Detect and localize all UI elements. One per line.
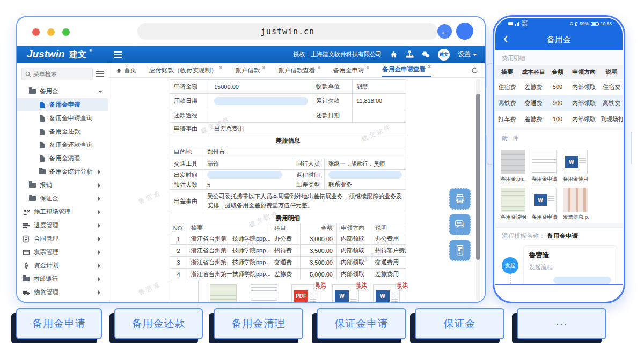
close-icon[interactable]: × <box>262 65 265 71</box>
payee-value: 胡慧 <box>353 80 406 94</box>
close-icon[interactable]: × <box>219 65 223 71</box>
wechat-icon[interactable] <box>422 50 430 58</box>
sidebar-item-byj-apply[interactable]: 备用金申请 <box>17 98 108 111</box>
attachment-word[interactable]: W 批注 <box>373 284 400 302</box>
sidebar-module-fund-plan[interactable]: 资金计划 <box>17 259 108 272</box>
sidebar-module-progress[interactable]: 进度管理 <box>17 219 108 232</box>
phone-mockup: 642 K/s 59% 10:53 备用金 费用明细 <box>493 15 625 303</box>
attachment-item[interactable]: 备用金申请... <box>532 150 558 183</box>
scrollbar-track[interactable] <box>476 79 480 301</box>
collapse-menu-icon[interactable] <box>114 51 122 58</box>
attachment-word[interactable]: W 批注 <box>332 284 359 302</box>
sidebar-group-beiyongjin[interactable]: 备用金 <box>17 85 108 98</box>
form-row: 目的地 郑州市 <box>170 146 406 158</box>
sidebar-item-label: 物资管理 <box>34 288 94 296</box>
tab-byj-apply-view[interactable]: 备用金申请查看 × <box>382 63 430 77</box>
attachment-item[interactable]: 发票信息.p... <box>563 188 589 221</box>
attachment-strip: PDF 批注 W 批注 <box>202 281 400 302</box>
attachment-image-green[interactable] <box>210 284 237 302</box>
back-circle-icon[interactable]: ← <box>437 24 452 39</box>
browser-chrome: justwin.cn ← <box>17 17 485 46</box>
button-label: 保证金 <box>444 317 476 331</box>
tab-accounts-payable[interactable]: 应付账款（收付实现制） × <box>149 63 222 77</box>
attachment-pdf[interactable]: PDF 批注 <box>291 284 318 302</box>
scrollbar-thumb[interactable] <box>476 94 480 260</box>
field-label: 出差事由 <box>170 190 203 213</box>
folder-icon <box>29 196 36 201</box>
sidebar-item-byj-repay-query[interactable]: 备用金还款查询 <box>17 138 108 152</box>
close-window-button[interactable] <box>32 28 40 36</box>
home-icon[interactable] <box>390 50 398 58</box>
workflow-card[interactable]: 鲁营造 发起流程 <box>523 245 617 285</box>
settings-menu[interactable]: 设置 <box>458 50 477 59</box>
cell: 900 <box>548 100 567 106</box>
comment-button[interactable] <box>449 214 471 235</box>
attachment-item[interactable]: 备用金说明... <box>501 188 526 221</box>
bottom-button-byj-apply[interactable]: 备用金申请 <box>16 308 102 339</box>
tab-byj-apply[interactable]: 备用金申请 × <box>333 63 369 77</box>
redacted-value <box>214 97 308 105</box>
attachment-item[interactable]: 备用金.pn... <box>501 150 526 183</box>
cell: 内部领取 <box>337 233 371 245</box>
sidebar-module-materials[interactable]: 物资管理 <box>17 286 108 299</box>
back-icon[interactable] <box>503 35 508 46</box>
bottom-button-byj-clean[interactable]: 备用金清理 <box>214 308 303 339</box>
sidebar-module-internal-bank[interactable]: 内部银行 <box>17 272 108 286</box>
col-header: 摘要 <box>495 68 519 76</box>
sidebar-item-byj-clean[interactable]: 备用金清理 <box>17 152 108 165</box>
home-icon <box>116 68 122 73</box>
phone-table-row[interactable]: 高铁费 交通费 900 内部领取 高铁费 <box>495 95 623 111</box>
step-description: 发起流程 <box>529 263 611 271</box>
bottom-button-bzj-apply[interactable]: 保证金申请 <box>317 308 406 339</box>
sidebar-item-byj-apply-query[interactable]: 备用金申请查询 <box>17 111 108 125</box>
profile-circle[interactable] <box>456 23 473 40</box>
tab-account-loan[interactable]: 账户借款 × <box>235 63 265 77</box>
word-icon: W <box>534 194 547 206</box>
menu-list-icon[interactable] <box>96 71 104 77</box>
minimize-window-button[interactable] <box>47 28 55 36</box>
bottom-button-more[interactable]: ··· <box>517 308 606 339</box>
attachment-item[interactable]: W 备用金申请0... <box>532 188 558 221</box>
jianwen-logo-icon[interactable]: 建文 <box>438 49 450 61</box>
sitemap-icon[interactable] <box>406 50 414 58</box>
refresh-icon[interactable] <box>471 63 478 77</box>
sidebar-module-contract[interactable]: 合同管理 <box>17 232 108 245</box>
phone-table-row[interactable]: 住宿费 差旅费 500 内部领取 住宿费 <box>495 79 623 95</box>
tab-account-loan-view[interactable]: 账户借款查看 × <box>278 63 320 77</box>
attachment-image-table[interactable] <box>251 284 277 302</box>
url-bar[interactable]: justwin.cn <box>137 23 438 40</box>
mobile-qr-button[interactable] <box>449 240 471 261</box>
field-label: 同行人员 <box>292 158 325 170</box>
sidebar-group-byj-stats[interactable]: 备用金统计分析 <box>17 165 108 178</box>
bottom-button-byj-repay[interactable]: 备用金还款 <box>114 308 203 339</box>
button-label: 备用金申请 <box>32 317 86 331</box>
menu-search-box[interactable] <box>21 68 93 80</box>
page-lines <box>310 291 316 302</box>
cell: 高铁费 <box>495 99 519 107</box>
sidebar-group-baoxiao[interactable]: 报销 <box>17 178 108 192</box>
attachment-item[interactable]: W 备用金使用说... <box>563 150 589 183</box>
sidebar-module-invoice[interactable]: 发票管理 <box>17 245 108 259</box>
close-icon[interactable]: × <box>367 65 370 71</box>
form-row: 出发时间 返程时间 <box>170 170 406 180</box>
bottom-button-bzj[interactable]: 保证金 <box>415 308 504 339</box>
close-icon[interactable]: × <box>317 65 320 71</box>
sidebar-group-baozhengjin[interactable]: 保证金 <box>17 192 108 205</box>
button-label: 备用金还款 <box>132 317 186 331</box>
print-button[interactable] <box>449 188 471 210</box>
sidebar-item-byj-repay[interactable]: 备用金还款 <box>17 125 108 138</box>
page-lines <box>350 291 357 302</box>
attachment-name: 备用金申请0... <box>532 214 558 221</box>
attachment-row: PDF 批注 W 批注 <box>170 280 406 302</box>
expense-section-title: 费用明细 <box>170 213 406 223</box>
maximize-window-button[interactable] <box>62 28 70 36</box>
hd-icon <box>508 22 513 25</box>
trip-reason-value: 受公司委托携带以下人员本周需到外地出差拓展业务，须继续跟踪的业务及安排，提取备用… <box>203 190 406 213</box>
tab-home[interactable]: 首页 <box>116 63 136 77</box>
companions-value: 张继一，胡歌行，昊师 <box>325 158 406 170</box>
close-icon[interactable]: × <box>428 64 431 70</box>
sidebar-module-site-mgmt[interactable]: 施工现场管理 <box>17 205 108 219</box>
phone-table-row[interactable]: 打车费 差旅费 100 内部领取 到现场打车 <box>495 111 623 127</box>
logo-reg: ® <box>89 48 92 53</box>
search-input[interactable] <box>33 71 82 77</box>
